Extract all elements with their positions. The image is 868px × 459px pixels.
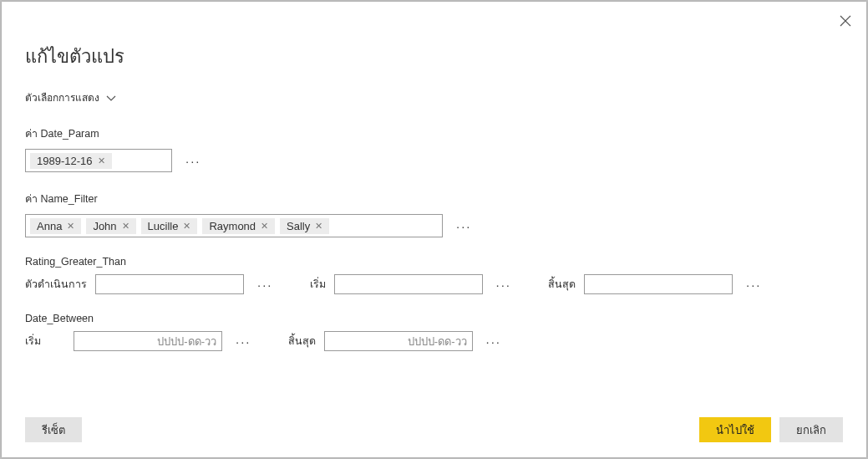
remove-pill-icon[interactable]: ✕ bbox=[183, 222, 190, 231]
close-button[interactable] bbox=[840, 15, 851, 30]
rating-start-input[interactable] bbox=[334, 274, 483, 294]
date-param-field: ค่า Date_Param 1989-12-16 ✕ ··· bbox=[25, 125, 843, 172]
date-between-end-label: สิ้นสุด bbox=[288, 333, 316, 349]
remove-pill-icon[interactable]: ✕ bbox=[98, 156, 105, 166]
dialog-title: แก้ไขตัวแปร bbox=[25, 42, 843, 71]
cancel-button[interactable]: ยกเลิก bbox=[779, 417, 843, 442]
name-filter-more-button[interactable]: ··· bbox=[456, 219, 472, 233]
reset-button[interactable]: รีเซ็ต bbox=[25, 417, 82, 442]
operator-input[interactable] bbox=[95, 274, 244, 294]
rating-field: Rating_Greater_Than ตัวดำเนินการ ··· เริ… bbox=[25, 256, 843, 294]
dialog-footer: รีเซ็ต นำไปใช้ ยกเลิก bbox=[25, 417, 843, 442]
rating-start-label: เริ่ม bbox=[310, 276, 326, 293]
operator-label: ตัวดำเนินการ bbox=[25, 276, 87, 293]
date-between-start-input[interactable] bbox=[74, 331, 222, 351]
date-param-value: 1989-12-16 bbox=[37, 155, 93, 167]
date-param-pill: 1989-12-16 ✕ bbox=[30, 153, 112, 169]
display-options-toggle[interactable]: ตัวเลือกการแสดง bbox=[25, 89, 116, 105]
name-filter-pill: Raymond✕ bbox=[202, 218, 275, 234]
rating-end-label: สิ้นสุด bbox=[548, 276, 576, 293]
rating-end-input[interactable] bbox=[584, 274, 733, 294]
apply-button[interactable]: นำไปใช้ bbox=[699, 417, 771, 442]
name-filter-pill: Sally✕ bbox=[280, 218, 329, 234]
remove-pill-icon[interactable]: ✕ bbox=[122, 222, 129, 231]
rating-label: Rating_Greater_Than bbox=[25, 256, 843, 268]
remove-pill-icon[interactable]: ✕ bbox=[261, 222, 268, 231]
date-between-end-input[interactable] bbox=[324, 331, 473, 351]
name-filter-label: ค่า Name_Filter bbox=[25, 191, 843, 207]
rating-end-more-button[interactable]: ··· bbox=[746, 278, 762, 292]
date-param-input[interactable]: 1989-12-16 ✕ bbox=[25, 149, 172, 172]
name-filter-field: ค่า Name_Filter Anna✕ John✕ Lucille✕ Ray… bbox=[25, 191, 843, 237]
name-filter-pill: Anna✕ bbox=[30, 218, 81, 234]
close-icon bbox=[840, 15, 851, 27]
rating-start-more-button[interactable]: ··· bbox=[496, 278, 512, 292]
date-between-start-label: เริ่ม bbox=[25, 333, 65, 349]
date-param-label: ค่า Date_Param bbox=[25, 125, 843, 142]
date-param-more-button[interactable]: ··· bbox=[185, 154, 201, 168]
operator-more-button[interactable]: ··· bbox=[257, 278, 273, 292]
date-between-label: Date_Between bbox=[25, 313, 843, 324]
date-between-start-more-button[interactable]: ··· bbox=[236, 334, 251, 349]
remove-pill-icon[interactable]: ✕ bbox=[67, 222, 74, 231]
name-filter-pill: John✕ bbox=[86, 218, 135, 234]
chevron-down-icon bbox=[106, 94, 116, 101]
edit-variables-dialog: แก้ไขตัวแปร ตัวเลือกการแสดง ค่า Date_Par… bbox=[2, 2, 866, 457]
name-filter-input[interactable]: Anna✕ John✕ Lucille✕ Raymond✕ Sally✕ bbox=[25, 214, 443, 237]
remove-pill-icon[interactable]: ✕ bbox=[315, 222, 322, 231]
date-between-field: Date_Between เริ่ม ··· สิ้นสุด ··· bbox=[25, 313, 843, 351]
name-filter-pill: Lucille✕ bbox=[141, 218, 198, 234]
display-options-label: ตัวเลือกการแสดง bbox=[25, 89, 99, 105]
date-between-end-more-button[interactable]: ··· bbox=[486, 334, 502, 349]
